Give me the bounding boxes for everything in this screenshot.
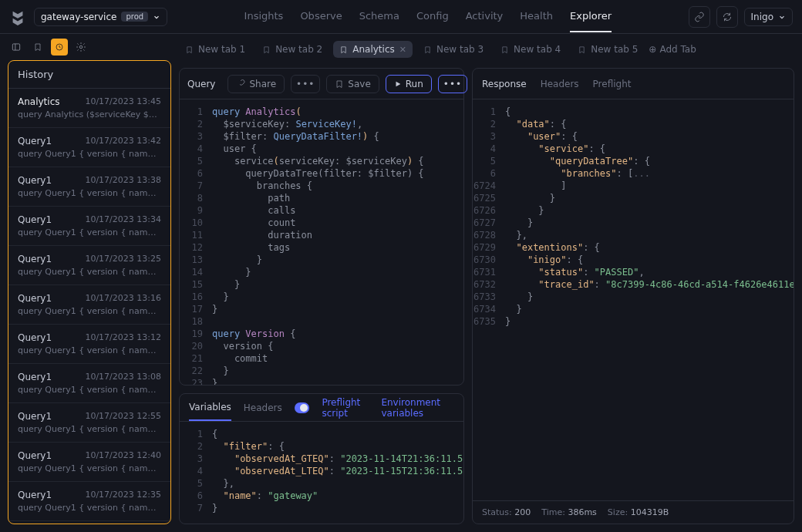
history-list[interactable]: Analytics10/17/2023 13:45query Analytics… <box>8 89 170 524</box>
history-item-time: 10/17/2023 13:34 <box>85 214 161 225</box>
add-tab-button[interactable]: ⊕ Add Tab <box>649 44 696 55</box>
bookmark-icon <box>339 45 348 54</box>
code-line: 12 tags <box>180 241 463 254</box>
preflight-script-link[interactable]: Preflight script <box>322 397 369 419</box>
history-item-preview: query Query1 { version { name } } query … <box>18 267 161 277</box>
topnav-item[interactable]: Activity <box>466 1 504 32</box>
close-icon[interactable]: ✕ <box>399 45 406 55</box>
response-viewer[interactable]: 1{2 "data": {3 "user": {4 "service": {5 … <box>473 99 794 500</box>
history-item-title: Query1 <box>18 411 52 422</box>
service-selector[interactable]: gateway-service prod <box>34 8 167 26</box>
variables-tabs: VariablesHeadersPreflight scriptEnvironm… <box>180 394 463 422</box>
history-item[interactable]: Query110/17/2023 13:25query Query1 { ver… <box>8 246 170 285</box>
topnav-item[interactable]: Insights <box>244 1 284 32</box>
panel-collapse-button[interactable] <box>8 39 25 56</box>
history-item-title: Query1 <box>18 254 52 264</box>
history-item-time: 10/17/2023 13:16 <box>85 293 161 304</box>
code-line: 6729 "extentions": { <box>473 241 794 254</box>
code-line: 2 "filter": { <box>180 440 463 453</box>
code-line: 6731 "status": "PASSED", <box>473 266 794 278</box>
history-item-title: Query1 <box>18 136 52 146</box>
history-item[interactable]: Query110/17/2023 13:08query Query1 { ver… <box>8 364 170 403</box>
history-item-title: Query1 <box>18 490 52 500</box>
bookmark-icon <box>578 45 586 54</box>
response-tab[interactable]: Headers <box>541 79 579 89</box>
query-editor[interactable]: 1query Analytics(2 $serviceKey: ServiceK… <box>180 99 463 385</box>
history-item-title: Query1 <box>18 293 52 304</box>
link-icon-button[interactable] <box>689 6 710 28</box>
topnav-item[interactable]: Health <box>520 1 553 32</box>
history-item[interactable]: Query110/17/2023 12:40query Query1 { ver… <box>8 443 170 482</box>
editor-tab[interactable]: Analytics✕ <box>333 41 413 58</box>
left-column: History Analytics10/17/2023 13:45query A… <box>0 34 179 532</box>
share-more-button[interactable]: ••• <box>291 75 320 93</box>
topnav-item[interactable]: Schema <box>359 1 399 32</box>
response-tabs: ResponseHeadersPreflight <box>473 69 794 99</box>
top-nav: InsightsObserveSchemaConfigActivityHealt… <box>167 1 688 32</box>
editor-tab[interactable]: New tab 5 <box>571 41 644 58</box>
variables-editor[interactable]: 1{2 "filter": {3 "observedAt_GTEQ": "202… <box>180 422 463 524</box>
env-vars-link[interactable]: Environment variables <box>381 397 454 419</box>
clock-icon <box>55 42 64 52</box>
history-item[interactable]: Query110/17/2023 12:35query Query1 { ver… <box>8 482 170 521</box>
chevron-down-icon <box>778 13 786 21</box>
preflight-toggle[interactable] <box>295 402 310 413</box>
code-line: 20 version { <box>180 340 463 352</box>
svg-point-3 <box>79 45 83 49</box>
code-line: 10 count <box>180 217 463 229</box>
save-button[interactable]: Save <box>326 75 379 93</box>
topnav-item[interactable]: Observe <box>300 1 342 32</box>
history-item[interactable]: Query110/17/2023 13:42query Query1 { ver… <box>8 128 170 167</box>
editor-tab[interactable]: New tab 3 <box>417 41 490 58</box>
code-line: 6734 } <box>473 303 794 315</box>
history-item-title: Query1 <box>18 450 52 461</box>
plus-icon: ⊕ <box>649 44 656 55</box>
variables-tab[interactable]: Variables <box>189 395 231 421</box>
response-tab[interactable]: Preflight <box>593 79 632 89</box>
history-button[interactable] <box>51 39 68 56</box>
app-logo <box>9 8 26 25</box>
history-item-title: Analytics <box>18 96 60 107</box>
bookmark-icon <box>335 79 344 89</box>
chevron-down-icon <box>153 13 160 21</box>
settings-button[interactable] <box>72 39 89 56</box>
response-tab[interactable]: Response <box>482 79 527 89</box>
code-line: 17} <box>180 303 463 315</box>
code-line: 21 commit <box>180 352 463 365</box>
editor-tab[interactable]: New tab 1 <box>179 41 251 58</box>
user-menu[interactable]: Inigo <box>744 8 793 26</box>
history-item-preview: query Query1 { version { name } } query … <box>18 149 161 159</box>
history-item-preview: query Analytics ($serviceKey $filter: Qu… <box>18 109 161 120</box>
topnav-item[interactable]: Explorer <box>570 1 612 32</box>
history-item[interactable]: Query110/17/2023 13:12query Query1 { ver… <box>8 325 170 364</box>
code-line: 7} <box>180 502 463 514</box>
history-item[interactable]: Query110/17/2023 13:16query Query1 { ver… <box>8 285 170 325</box>
variables-tab[interactable]: Headers <box>244 396 282 420</box>
editor-tab[interactable]: New tab 4 <box>494 41 567 58</box>
code-line: 22 } <box>180 365 463 377</box>
code-line: 6 "name": "gateway" <box>180 490 463 502</box>
topnav-item[interactable]: Config <box>416 1 449 32</box>
variables-panel: VariablesHeadersPreflight scriptEnvironm… <box>179 393 464 524</box>
run-button[interactable]: Run <box>386 75 432 93</box>
share-button[interactable]: Share <box>227 75 285 93</box>
code-line: 3 "observedAt_GTEQ": "2023-11-14T21:36:1… <box>180 453 463 465</box>
run-more-button[interactable]: ••• <box>438 75 467 93</box>
history-item[interactable]: Query110/17/2023 13:38query Query1 { ver… <box>8 167 170 207</box>
editor-tabs: New tab 1New tab 2Analytics✕New tab 3New… <box>179 39 794 60</box>
code-line: 13 } <box>180 254 463 266</box>
bookmark-icon <box>33 42 42 52</box>
dots-icon: ••• <box>443 79 462 89</box>
history-item[interactable]: Analytics10/17/2023 13:45query Analytics… <box>8 89 170 128</box>
code-line: 6 queryDataTree(filter: $filter) { <box>180 167 463 180</box>
code-line: 18 <box>180 315 463 328</box>
bookmark-icon <box>423 45 432 54</box>
history-item[interactable]: Query110/17/2023 12:55query Query1 { ver… <box>8 403 170 443</box>
refresh-icon-button[interactable] <box>716 6 738 28</box>
link-icon <box>694 12 705 22</box>
history-item[interactable]: Query110/17/2023 13:34query Query1 { ver… <box>8 207 170 246</box>
editor-tab[interactable]: New tab 2 <box>256 41 329 58</box>
bookmarks-button[interactable] <box>29 39 46 56</box>
history-item-preview: query Query1 { version { name } } query … <box>18 503 161 513</box>
history-item-time: 10/17/2023 13:45 <box>85 96 161 107</box>
